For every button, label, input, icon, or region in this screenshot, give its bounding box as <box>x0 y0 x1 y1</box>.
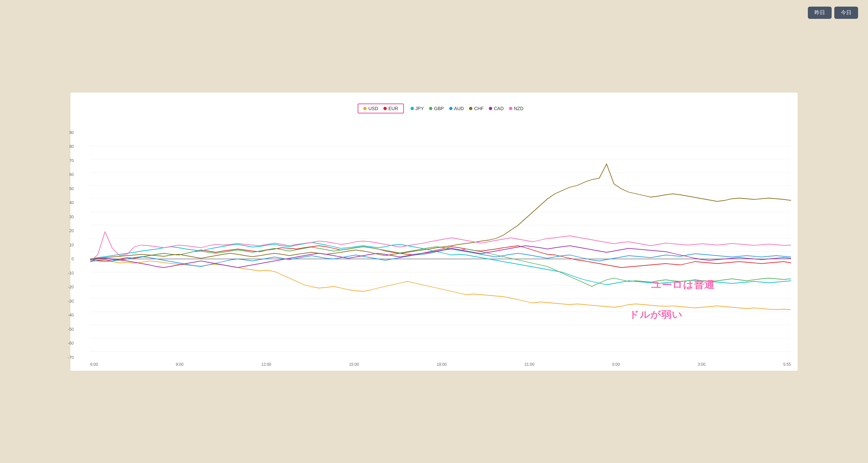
annotation-euro-text: ユーロは普通 <box>651 279 715 290</box>
y-label-0: 0 <box>61 257 74 261</box>
legend-nzd: NZD <box>509 106 524 111</box>
y-label--10: -10 <box>61 271 74 276</box>
chart-svg: ユーロは普通 ドルが弱い <box>90 133 791 357</box>
nzd-line <box>90 232 791 261</box>
y-label-10: 10 <box>61 243 74 248</box>
usd-dot <box>363 107 367 110</box>
y-label--40: -40 <box>61 313 74 317</box>
legend-eur: EUR <box>383 106 398 111</box>
legend-chf: CHF <box>469 106 484 111</box>
x-label-600: 6:00 <box>90 362 98 367</box>
legend-jpy: JPY <box>410 106 424 111</box>
y-label--60: -60 <box>61 341 74 346</box>
aud-dot <box>449 107 453 110</box>
y-label-50: 50 <box>61 186 74 191</box>
aud-label: AUD <box>454 106 464 111</box>
chart-legend: USD EUR JPY GBP AUD CHF <box>90 101 791 116</box>
x-label-1800: 18:00 <box>437 362 446 367</box>
x-label-000: 0:00 <box>612 362 620 367</box>
cad-dot <box>489 107 492 110</box>
y-label--30: -30 <box>61 299 74 303</box>
annotation-dollar-text: ドルが弱い <box>629 309 682 319</box>
nzd-dot <box>509 107 512 110</box>
legend-rest: JPY GBP AUD CHF CAD NZD <box>410 104 524 113</box>
nzd-label: NZD <box>514 106 524 111</box>
x-axis: 6:00 9:00 12:00 15:00 18:00 21:00 0:00 3… <box>90 362 791 367</box>
chart-container: USD EUR JPY GBP AUD CHF <box>70 93 798 371</box>
jpy-dot <box>410 107 414 110</box>
y-label-70: 70 <box>61 158 74 163</box>
yesterday-button[interactable]: 昨日 <box>808 7 832 19</box>
x-label-1200: 12:00 <box>261 362 271 367</box>
x-label-1500: 15:00 <box>349 362 359 367</box>
x-label-555: 5:55 <box>783 362 791 367</box>
chart-area: 9080706050403020100-10-20-30-40-50-60-70 <box>90 133 791 357</box>
legend-usd: USD <box>363 106 378 111</box>
x-label-900: 9:00 <box>176 362 183 367</box>
jpy-label: JPY <box>415 106 424 111</box>
eur-label: EUR <box>389 106 398 111</box>
usd-label: USD <box>368 106 378 111</box>
chf-dot <box>469 107 472 110</box>
legend-cad: CAD <box>489 106 504 111</box>
y-label-90: 90 <box>61 130 74 135</box>
legend-gbp: GBP <box>429 106 444 111</box>
y-label-30: 30 <box>61 214 74 219</box>
y-label--20: -20 <box>61 285 74 289</box>
gbp-label: GBP <box>434 106 444 111</box>
y-label-20: 20 <box>61 229 74 233</box>
y-label--50: -50 <box>61 327 74 332</box>
eur-dot <box>383 107 387 110</box>
today-button[interactable]: 今日 <box>834 7 858 19</box>
y-label-40: 40 <box>61 200 74 205</box>
y-label-80: 80 <box>61 144 74 149</box>
cad-label: CAD <box>494 106 504 111</box>
eur-line <box>90 246 791 267</box>
legend-highlighted: USD EUR <box>358 104 404 113</box>
x-label-300: 3:00 <box>698 362 705 367</box>
legend-aud: AUD <box>449 106 464 111</box>
y-label-60: 60 <box>61 172 74 177</box>
chf-label: CHF <box>474 106 484 111</box>
gbp-dot <box>429 107 432 110</box>
y-label--70: -70 <box>61 355 74 360</box>
x-label-2100: 21:00 <box>525 362 534 367</box>
